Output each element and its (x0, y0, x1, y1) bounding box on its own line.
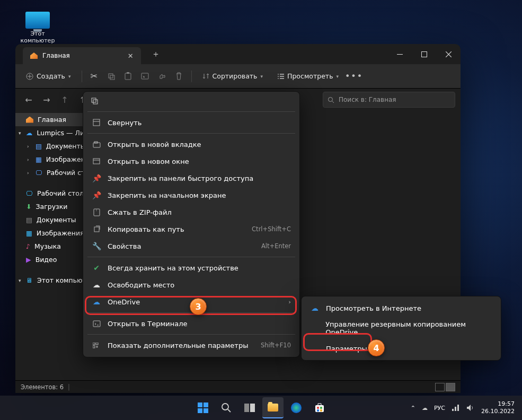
svg-rect-24 (93, 343, 95, 345)
toolbar: Создать ▾ ✂ Сортировать ▾ Просмотреть ▾ … (15, 64, 461, 89)
svg-rect-13 (280, 78, 284, 79)
svg-rect-5 (125, 73, 131, 80)
ctx-always-keep[interactable]: ✔Всегда хранить на этом устройстве (86, 259, 296, 276)
svg-rect-36 (317, 407, 319, 409)
svg-point-34 (291, 402, 302, 413)
svg-point-14 (329, 97, 333, 101)
view-list-icon[interactable] (435, 383, 445, 391)
desktop-icon-this-pc[interactable]: Этот компьютер (19, 12, 56, 44)
svg-rect-22 (94, 227, 99, 232)
maximize-button[interactable] (412, 44, 436, 64)
ctx-terminal[interactable]: Открыть в Терминале (86, 315, 296, 332)
onedrive-submenu: ☁Просмотреть в Интернете Управление резе… (301, 296, 501, 361)
create-button[interactable]: Создать ▾ (21, 69, 76, 83)
svg-rect-16 (93, 100, 98, 104)
ctx-more[interactable]: Показать дополнительные параметрыShift+F… (86, 337, 296, 354)
copy-icon[interactable] (104, 69, 118, 83)
svg-rect-30 (204, 408, 208, 413)
svg-rect-15 (92, 98, 96, 102)
ctx-copy-path[interactable]: Копировать как путьCtrl+Shift+C (86, 221, 296, 238)
ctx-collapse[interactable]: Свернуть (86, 114, 296, 131)
status-count: Элементов: 6 (21, 383, 64, 391)
svg-rect-26 (93, 346, 95, 348)
tab-close-icon[interactable]: ✕ (128, 52, 134, 60)
home-icon (30, 52, 38, 59)
ctx-newwin[interactable]: Открыть в новом окне (86, 153, 296, 170)
svg-rect-32 (244, 404, 249, 412)
svg-rect-28 (204, 402, 208, 407)
svg-rect-39 (320, 409, 322, 412)
svg-point-31 (222, 404, 228, 410)
ctx-zip[interactable]: Сжать в ZIP-файл (86, 204, 296, 221)
svg-rect-23 (93, 321, 100, 327)
ctx-pin-quick[interactable]: 📌Закрепить на панели быстрого доступа (86, 170, 296, 187)
back-button[interactable]: ← (21, 92, 37, 108)
svg-rect-37 (320, 407, 322, 409)
svg-rect-20 (93, 159, 100, 164)
view-grid-icon[interactable] (446, 383, 455, 391)
explorer-taskbar-icon[interactable] (262, 397, 284, 418)
tray-lang[interactable]: РУС (434, 405, 445, 412)
cut-icon[interactable]: ✂ (87, 69, 101, 83)
svg-rect-9 (280, 74, 284, 75)
ctx-props[interactable]: 🔧СвойстваAlt+Enter (86, 238, 296, 255)
new-tab-button[interactable]: ＋ (152, 49, 160, 60)
titlebar: Главная ✕ ＋ (15, 44, 461, 64)
svg-rect-4 (110, 75, 114, 80)
tray-onedrive-icon[interactable]: ☁ (422, 405, 428, 412)
submenu-view-online[interactable]: ☁Просмотреть в Интернете (305, 300, 498, 317)
svg-rect-0 (397, 54, 403, 55)
rename-icon[interactable] (138, 69, 152, 83)
up-button[interactable]: ↑ (57, 92, 73, 108)
svg-rect-11 (280, 76, 284, 77)
submenu-backup[interactable]: Управление резервным копированием OneDri… (305, 317, 498, 340)
store-taskbar-icon[interactable] (309, 397, 330, 418)
edge-taskbar-icon[interactable] (286, 397, 307, 418)
svg-rect-38 (317, 409, 319, 412)
svg-rect-25 (96, 343, 98, 345)
ctx-onedrive[interactable]: ☁OneDrive› (86, 293, 296, 310)
svg-rect-35 (315, 405, 324, 412)
copy-small-icon[interactable] (91, 97, 292, 105)
context-menu: Свернуть Открыть в новой вкладке Открыть… (83, 91, 300, 357)
svg-point-10 (278, 76, 279, 77)
ctx-newtab[interactable]: Открыть в новой вкладке (86, 136, 296, 153)
ctx-pin-start[interactable]: 📌Закрепить на начальном экране (86, 187, 296, 204)
submenu-settings[interactable]: Параметры (305, 340, 498, 357)
start-button[interactable] (192, 397, 214, 418)
share-icon[interactable] (155, 69, 169, 83)
system-tray[interactable]: ⌃ ☁ РУС 19:5726.10.2022 (411, 400, 522, 415)
sort-button[interactable]: Сортировать ▾ (197, 69, 269, 83)
search-input[interactable]: Поиск в: Главная (323, 92, 455, 108)
taskview-icon[interactable] (239, 397, 260, 418)
more-icon[interactable]: ••• (347, 69, 361, 83)
tab-title: Главная (42, 52, 70, 59)
svg-rect-3 (109, 74, 113, 78)
search-taskbar-icon[interactable] (216, 397, 237, 418)
svg-point-12 (278, 78, 279, 79)
svg-rect-17 (93, 119, 100, 126)
svg-rect-6 (127, 72, 129, 74)
tray-network-icon[interactable] (452, 404, 460, 412)
svg-rect-7 (141, 73, 148, 79)
svg-rect-1 (421, 51, 427, 57)
svg-rect-27 (198, 402, 202, 407)
tray-volume-icon[interactable] (466, 404, 475, 412)
ctx-free-space[interactable]: ☁Освободить место (86, 276, 296, 293)
svg-point-8 (278, 74, 279, 75)
view-button[interactable]: Просмотреть ▾ (271, 69, 344, 83)
tray-clock[interactable]: 19:5726.10.2022 (481, 400, 515, 415)
svg-rect-33 (250, 404, 255, 412)
delete-icon[interactable] (172, 69, 186, 83)
taskbar: ⌃ ☁ РУС 19:5726.10.2022 (0, 396, 522, 420)
window-close-button[interactable] (436, 44, 461, 64)
svg-rect-29 (198, 408, 202, 413)
tray-chevron-icon[interactable]: ⌃ (411, 405, 415, 412)
status-bar: Элементов: 6 | (15, 380, 461, 393)
forward-button[interactable]: → (39, 92, 55, 108)
tab-home[interactable]: Главная ✕ (23, 47, 141, 64)
minimize-button[interactable] (387, 44, 412, 64)
paste-icon[interactable] (121, 69, 135, 83)
